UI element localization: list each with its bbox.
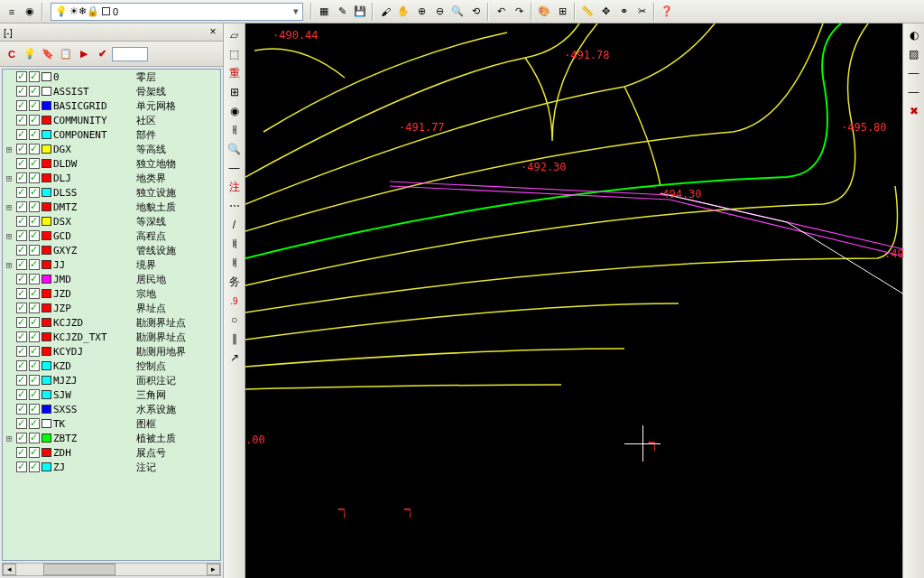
check-tool-icon[interactable]: ✔: [94, 46, 110, 62]
anno-tool-icon[interactable]: 🔖: [40, 46, 56, 62]
layer-row[interactable]: ⊞DGX等高线: [3, 142, 220, 156]
freeze-checkbox[interactable]: [29, 404, 40, 415]
cut-icon[interactable]: ✂: [633, 4, 650, 20]
freeze-checkbox[interactable]: [29, 245, 40, 256]
layers-stack-icon[interactable]: ≡: [4, 4, 20, 20]
right-tool-5-icon[interactable]: ✖: [906, 103, 922, 119]
freeze-checkbox[interactable]: [29, 346, 40, 357]
layer-row[interactable]: DLSS独立设施: [3, 185, 220, 200]
visible-checkbox[interactable]: [16, 461, 27, 472]
grid-icon[interactable]: ▦: [316, 4, 332, 20]
visible-checkbox[interactable]: [16, 360, 27, 371]
visible-checkbox[interactable]: [16, 100, 27, 111]
visible-checkbox[interactable]: [16, 172, 27, 183]
freeze-checkbox[interactable]: [29, 100, 40, 111]
layer-row[interactable]: ZJ注记: [3, 460, 220, 474]
layer-color-swatch[interactable]: [42, 318, 51, 327]
freeze-checkbox[interactable]: [29, 129, 40, 140]
freeze-checkbox[interactable]: [29, 288, 40, 299]
layer-color-swatch[interactable]: [42, 173, 51, 182]
scroll-thumb[interactable]: [43, 564, 116, 575]
right-tool-3-icon[interactable]: —: [906, 65, 922, 81]
freeze-checkbox[interactable]: [29, 418, 40, 429]
layer-row[interactable]: 0零层: [3, 70, 220, 84]
cn1[interactable]: 重: [226, 65, 243, 81]
freeze-checkbox[interactable]: [29, 317, 40, 328]
layer-row[interactable]: ASSIST骨架线: [3, 84, 220, 98]
visible-checkbox[interactable]: [16, 71, 27, 82]
visible-checkbox[interactable]: [16, 433, 27, 443]
visible-checkbox[interactable]: [16, 346, 27, 357]
expand-icon[interactable]: ⊞: [3, 433, 15, 444]
globe-icon[interactable]: ◉: [22, 4, 38, 20]
layer-row[interactable]: JMD居民地: [3, 272, 220, 286]
freeze-checkbox[interactable]: [29, 158, 40, 169]
undo-icon[interactable]: ↶: [493, 4, 509, 20]
right-tool-4-icon[interactable]: —: [906, 84, 922, 100]
layer-color-swatch[interactable]: [42, 159, 51, 168]
visible-checkbox[interactable]: [16, 158, 27, 169]
visible-checkbox[interactable]: [16, 230, 27, 241]
freeze-checkbox[interactable]: [29, 201, 40, 212]
layer-color-swatch[interactable]: [42, 448, 51, 457]
freeze-checkbox[interactable]: [29, 71, 40, 82]
globe-icon[interactable]: ◉: [226, 103, 243, 119]
select-icon[interactable]: ⬚: [226, 46, 243, 62]
visible-checkbox[interactable]: [16, 115, 27, 126]
visible-checkbox[interactable]: [16, 317, 27, 328]
layer-color-swatch[interactable]: [42, 101, 51, 110]
freeze-checkbox[interactable]: [29, 303, 40, 313]
chevron-down-icon[interactable]: ▾: [290, 5, 302, 17]
layer-color-swatch[interactable]: [42, 289, 51, 298]
layer-row[interactable]: ⊞ZBTZ植被土质: [3, 431, 220, 445]
filter-input[interactable]: [112, 47, 148, 61]
layer-row[interactable]: KZD控制点: [3, 359, 220, 373]
freeze-checkbox[interactable]: [29, 259, 40, 270]
layer-row[interactable]: ⊞GCD高程点: [3, 228, 220, 243]
layer-row[interactable]: COMMUNITY社区: [3, 113, 220, 127]
bulb-tool-icon[interactable]: 💡: [22, 46, 38, 62]
layer-color-swatch[interactable]: [42, 347, 51, 356]
expand-icon[interactable]: ⊞: [3, 230, 15, 242]
freeze-checkbox[interactable]: [29, 115, 40, 126]
freeze-checkbox[interactable]: [29, 375, 40, 386]
layer-color-swatch[interactable]: [42, 260, 51, 269]
panel-minimize[interactable]: [-]: [4, 27, 13, 38]
palette-icon[interactable]: 🎨: [536, 4, 552, 20]
layer-row[interactable]: DSX等深线: [3, 214, 220, 228]
visible-checkbox[interactable]: [16, 447, 27, 458]
visible-checkbox[interactable]: [16, 375, 27, 386]
layer-color-swatch[interactable]: [42, 376, 51, 385]
visible-checkbox[interactable]: [16, 404, 27, 415]
layer-color-swatch[interactable]: [42, 332, 51, 341]
dash-icon[interactable]: ⋯: [226, 198, 243, 214]
layer-color-swatch[interactable]: [42, 144, 51, 154]
visible-checkbox[interactable]: [16, 274, 27, 284]
visible-checkbox[interactable]: [16, 331, 27, 342]
h-icon[interactable]: ㅐ: [226, 122, 243, 138]
layer-color-swatch[interactable]: [42, 275, 51, 284]
num-icon[interactable]: .9: [226, 293, 243, 309]
freeze-checkbox[interactable]: [29, 331, 40, 342]
zoom-window-icon[interactable]: 🔍: [449, 4, 466, 20]
layer-row[interactable]: KCJZD_TXT勘测界址点: [3, 330, 220, 344]
freeze-checkbox[interactable]: [29, 360, 40, 371]
visible-checkbox[interactable]: [16, 259, 27, 270]
table-icon[interactable]: ⊞: [554, 4, 570, 20]
move-icon[interactable]: ✥: [597, 4, 614, 20]
layer-row[interactable]: JZP界址点: [3, 301, 220, 315]
layer-row[interactable]: COMPONENT部件: [3, 127, 220, 142]
zoom-out-icon[interactable]: ⊖: [431, 4, 448, 20]
layer-color-swatch[interactable]: [42, 434, 51, 443]
layer-row[interactable]: SXSS水系设施: [3, 402, 220, 416]
freeze-checkbox[interactable]: [29, 389, 40, 400]
freeze-checkbox[interactable]: [29, 433, 40, 443]
expand-icon[interactable]: ⊞: [3, 172, 15, 184]
visible-checkbox[interactable]: [16, 245, 27, 256]
layer-color-swatch[interactable]: [42, 361, 51, 370]
freeze-checkbox[interactable]: [29, 86, 40, 97]
visible-checkbox[interactable]: [16, 144, 27, 154]
zoom-icon[interactable]: 🔍: [226, 141, 243, 157]
close-icon[interactable]: ×: [207, 26, 219, 39]
drawing-canvas[interactable]: ·490.44·491.78·491.77·495.80·492.30·494.…: [245, 23, 902, 578]
